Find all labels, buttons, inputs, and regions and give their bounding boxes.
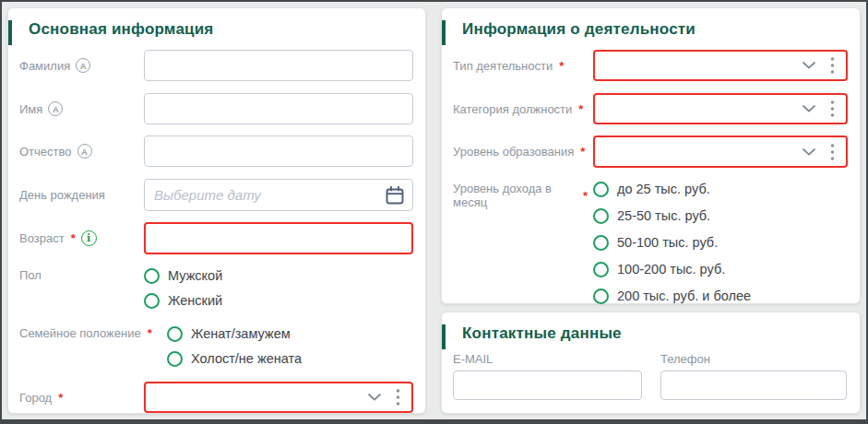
radio-icon[interactable] (593, 262, 609, 277)
phone-label: Телефон (660, 352, 847, 366)
required-asterisk: * (58, 391, 63, 405)
kebab-menu-icon[interactable] (830, 143, 835, 161)
radio-label: Холост/не жената (191, 351, 302, 366)
radio-icon[interactable] (593, 235, 609, 251)
kebab-menu-icon[interactable] (396, 388, 400, 406)
letter-a-icon: A (77, 144, 92, 159)
birthday-row: День рождения (8, 179, 425, 211)
panel-accent-bar (442, 324, 446, 349)
chevron-down-icon[interactable] (803, 148, 815, 156)
required-asterisk: * (559, 59, 564, 73)
required-asterisk: * (148, 326, 152, 340)
marital-row: Семейное положение * Женат/замужем Холос… (8, 324, 425, 369)
activity-info-panel: Информация о деятельности Тип деятельнос… (441, 7, 861, 304)
radio-label: Мужской (168, 268, 222, 283)
income-option-4[interactable]: 100-200 тыс. руб. (593, 259, 848, 279)
radio-label: Женат/замужем (191, 326, 291, 341)
marital-label: Семейное положение (19, 326, 141, 340)
income-option-2[interactable]: 25-50 тыс. руб. (593, 206, 848, 226)
required-asterisk: * (578, 102, 583, 116)
info-icon[interactable]: i (81, 230, 97, 246)
form-window: Основная информация Фамилия A Имя A Отче… (0, 0, 868, 424)
education-level-select[interactable] (593, 135, 848, 168)
radio-icon[interactable] (144, 268, 160, 284)
required-asterisk: * (580, 145, 585, 159)
education-level-label: Уровень образования (453, 145, 574, 159)
income-option-5[interactable]: 200 тыс. руб. и более (593, 286, 848, 306)
income-row: Уровень дохода в месяц * до 25 тыс. руб.… (442, 179, 860, 306)
city-select[interactable] (144, 382, 413, 413)
income-label: Уровень дохода в месяц (453, 182, 577, 209)
patronymic-input[interactable] (144, 135, 413, 167)
email-input[interactable] (453, 371, 642, 400)
basic-info-panel: Основная информация Фамилия A Имя A Отче… (7, 7, 426, 414)
birthday-label: День рождения (19, 188, 105, 202)
kebab-menu-icon[interactable] (830, 100, 835, 118)
radio-icon[interactable] (593, 208, 609, 224)
required-asterisk: * (583, 189, 588, 203)
radio-label: 50-100 тыс. руб. (617, 235, 718, 250)
gender-option-male[interactable]: Мужской (144, 265, 413, 286)
email-label: E-MAIL (453, 352, 642, 366)
basic-info-title: Основная информация (8, 8, 425, 45)
education-level-row: Уровень образования * (442, 135, 860, 168)
firstname-label: Имя (19, 102, 42, 116)
position-category-label: Категория должности (453, 102, 572, 116)
radio-icon[interactable] (593, 289, 609, 304)
gender-row: Пол Мужской Женский (8, 265, 425, 311)
contacts-panel: Контактные данные E-MAIL Телефон (441, 312, 861, 414)
phone-input[interactable] (660, 371, 847, 400)
age-row: Возраст * i (8, 222, 425, 254)
panel-accent-bar (442, 20, 446, 45)
required-asterisk: * (71, 231, 76, 245)
radio-label: Женский (168, 293, 222, 308)
chevron-down-icon[interactable] (803, 105, 815, 112)
income-option-1[interactable]: до 25 тыс. руб. (593, 179, 848, 199)
radio-icon[interactable] (167, 351, 183, 367)
age-input[interactable] (144, 222, 413, 254)
city-label: Город (19, 391, 52, 405)
panel-accent-bar (8, 20, 12, 45)
contacts-fields-row: E-MAIL Телефон (442, 349, 860, 400)
gender-option-female[interactable]: Женский (144, 290, 413, 311)
surname-label: Фамилия (19, 59, 70, 73)
position-category-row: Категория должности * (442, 93, 860, 124)
radio-label: 100-200 тыс. руб. (617, 262, 725, 277)
marital-option-single[interactable]: Холост/не жената (167, 348, 413, 369)
radio-label: 200 тыс. руб. и более (617, 289, 751, 303)
city-row: Город * (8, 382, 425, 413)
activity-type-select[interactable] (593, 50, 848, 81)
age-label: Возраст (19, 231, 65, 245)
surname-row: Фамилия A (8, 50, 425, 81)
chevron-down-icon[interactable] (368, 394, 381, 401)
patronymic-label: Отчество (19, 145, 72, 159)
letter-a-icon: A (48, 101, 63, 116)
activity-type-row: Тип деятельности * (442, 50, 860, 81)
activity-type-label: Тип деятельности (453, 59, 553, 73)
radio-label: 25-50 тыс. руб. (617, 208, 710, 223)
gender-label: Пол (19, 268, 42, 282)
birthday-input[interactable] (144, 179, 413, 211)
chevron-down-icon[interactable] (803, 62, 815, 69)
radio-label: до 25 тыс. руб. (617, 182, 710, 196)
marital-option-married[interactable]: Женат/замужем (167, 324, 413, 344)
calendar-icon[interactable] (385, 185, 405, 206)
contacts-title: Контактные данные (442, 312, 860, 349)
surname-input[interactable] (144, 50, 413, 81)
letter-a-icon: A (76, 58, 90, 73)
firstname-input[interactable] (144, 93, 413, 124)
income-option-3[interactable]: 50-100 тыс. руб. (593, 232, 848, 253)
position-category-select[interactable] (593, 93, 848, 124)
activity-info-title: Информация о деятельности (442, 8, 860, 45)
kebab-menu-icon[interactable] (830, 56, 835, 75)
radio-icon[interactable] (593, 182, 609, 197)
patronymic-row: Отчество A (8, 135, 425, 167)
radio-icon[interactable] (167, 326, 183, 342)
firstname-row: Имя A (8, 93, 425, 124)
radio-icon[interactable] (144, 293, 160, 309)
